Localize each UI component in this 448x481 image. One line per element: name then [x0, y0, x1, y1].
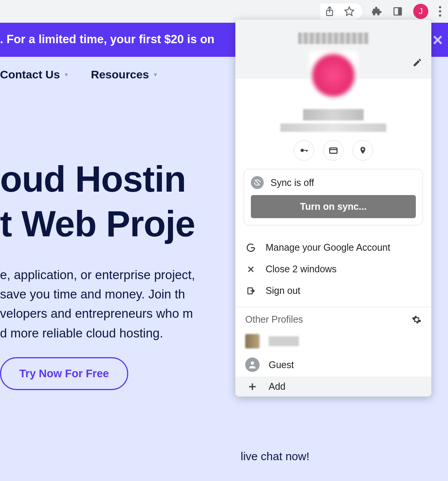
quick-actions [235, 140, 431, 161]
edit-icon[interactable] [412, 58, 422, 67]
sync-box: Sync is off Turn on sync... [244, 169, 423, 225]
address-bar-actions [320, 3, 363, 20]
guest-profile-row[interactable]: Guest [235, 353, 431, 376]
redacted-name [303, 109, 364, 120]
manage-account-label: Manage your Google Account [266, 242, 390, 253]
payment-icon[interactable] [323, 140, 344, 161]
manage-account-item[interactable]: Manage your Google Account [235, 237, 431, 258]
svg-rect-4 [304, 150, 308, 151]
passwords-icon[interactable] [294, 140, 314, 161]
browser-toolbar: J [0, 0, 448, 23]
browser-menu-icon[interactable] [439, 6, 441, 17]
svg-point-11 [251, 361, 254, 365]
close-windows-item[interactable]: Close 2 windows [235, 258, 431, 280]
svg-rect-5 [306, 150, 307, 152]
svg-point-3 [300, 149, 304, 152]
profile-avatar-button[interactable]: J [413, 4, 428, 19]
share-icon[interactable] [325, 6, 334, 17]
gear-icon[interactable] [412, 315, 422, 325]
avatar-letter: J [419, 6, 423, 16]
popup-header [235, 20, 431, 79]
add-label: Add [269, 381, 285, 392]
sidepanel-icon[interactable] [393, 6, 403, 16]
guest-label: Guest [269, 359, 294, 370]
other-profile-row[interactable] [235, 330, 431, 353]
nav-contact-us[interactable]: Contact Us ▼ [0, 68, 69, 81]
star-icon[interactable] [344, 6, 355, 17]
profile-avatar-large [309, 51, 358, 100]
nav-resources[interactable]: Resources ▼ [91, 68, 158, 81]
svg-rect-2 [398, 8, 401, 15]
promo-close-icon[interactable]: × [432, 30, 443, 50]
try-free-button[interactable]: Try Now For Free [0, 357, 128, 390]
redacted-profile-name [269, 336, 299, 346]
nav-contact-label: Contact Us [0, 68, 60, 81]
svg-rect-6 [330, 148, 337, 153]
guest-avatar-icon [245, 358, 260, 372]
sync-off-icon [251, 176, 264, 189]
sync-status-row: Sync is off [251, 176, 416, 189]
toolbar-right: J [372, 4, 441, 19]
sign-out-label: Sign out [266, 285, 300, 296]
close-windows-label: Close 2 windows [266, 264, 337, 275]
sign-out-icon [245, 286, 257, 295]
nav-resources-label: Resources [91, 68, 149, 81]
redacted-email [280, 123, 386, 132]
profile-popup: Sync is off Turn on sync... Manage your … [235, 20, 431, 397]
addresses-icon[interactable] [353, 140, 373, 161]
chevron-down-icon: ▼ [64, 72, 69, 78]
other-profiles-header: Other Profiles [235, 307, 431, 330]
promo-text: . For a limited time, your first $20 is … [0, 33, 215, 46]
chevron-down-icon: ▼ [153, 72, 158, 78]
redacted-profile-avatar [245, 334, 260, 348]
add-profile-row[interactable]: Add [235, 376, 431, 397]
sign-out-item[interactable]: Sign out [235, 280, 431, 301]
redacted-text [298, 33, 369, 44]
plus-icon [245, 382, 260, 392]
google-icon [245, 243, 257, 253]
close-icon [245, 265, 257, 273]
other-profiles-heading: Other Profiles [245, 314, 303, 325]
extensions-icon[interactable] [372, 6, 382, 17]
account-menu: Manage your Google Account Close 2 windo… [235, 234, 431, 307]
sync-status-text: Sync is off [271, 177, 314, 188]
turn-on-sync-button[interactable]: Turn on sync... [251, 195, 416, 218]
chat-snippet: live chat now! [241, 450, 310, 463]
